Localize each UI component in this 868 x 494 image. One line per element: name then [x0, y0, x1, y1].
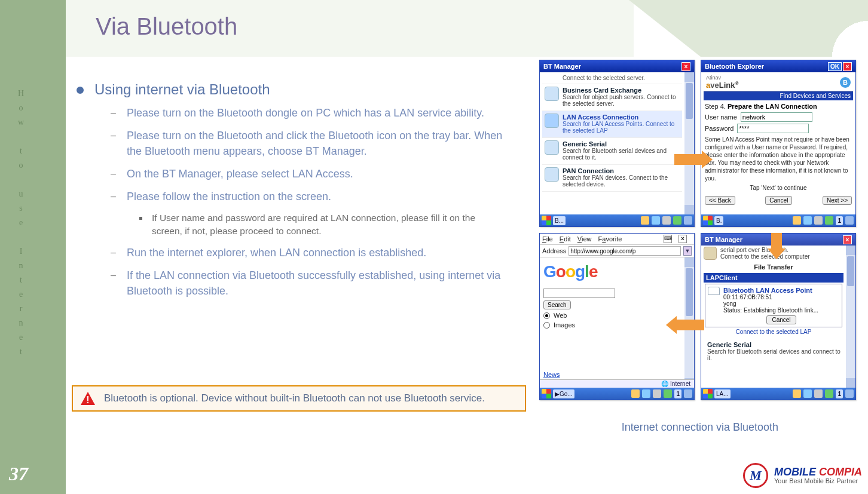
section-header: File Transfer: [704, 263, 843, 271]
menu-favorite[interactable]: Favorite: [598, 235, 622, 243]
tray-keyboard-icon[interactable]: [814, 216, 823, 225]
menu-view[interactable]: View: [577, 235, 592, 243]
menu-edit[interactable]: Edit: [560, 235, 571, 243]
task-button[interactable]: ▶ Go...: [553, 389, 574, 398]
menu-file[interactable]: File: [542, 235, 553, 243]
tray-icon[interactable]: [641, 216, 649, 225]
tray-icon[interactable]: [642, 389, 650, 398]
taskbar: B. 1: [701, 214, 855, 226]
tray-icon[interactable]: [684, 389, 692, 398]
tray-keyboard-icon[interactable]: [653, 389, 661, 398]
next-button[interactable]: Next >>: [823, 196, 852, 205]
arrow-down-icon: [771, 233, 782, 251]
username-field[interactable]: [741, 112, 812, 122]
tray-icon[interactable]: [631, 389, 640, 398]
sub-bullet: If the LAN connection via Bluetooth succ…: [127, 268, 509, 299]
taskbar: B...: [540, 214, 694, 226]
close-icon[interactable]: ×: [843, 62, 852, 71]
brand-prefix: Atinav: [706, 75, 738, 81]
list-item[interactable]: PAN Connection Search for PAN devices. C…: [542, 165, 682, 192]
radio-images[interactable]: [543, 322, 550, 329]
username-label: User name: [705, 113, 737, 121]
bullet-icon: [77, 87, 84, 94]
tray-icon[interactable]: [793, 389, 801, 398]
password-field[interactable]: [737, 124, 809, 133]
tray-icon[interactable]: [664, 389, 672, 398]
tray-sip-icon[interactable]: 1: [674, 389, 681, 398]
address-input[interactable]: [569, 246, 681, 256]
subsub-bullet: If User name and password are required a…: [152, 211, 505, 238]
tray-keyboard-icon[interactable]: [662, 216, 671, 225]
tray-icon[interactable]: [684, 216, 692, 225]
screenshots-grid: BT Manager × Connect to the selected ser…: [539, 60, 856, 400]
cancel-button[interactable]: Cancel: [765, 196, 792, 205]
sub-bar: Find Devices and Services: [704, 91, 853, 100]
tray-sip-icon[interactable]: 1: [836, 389, 843, 398]
google-logo: Google: [543, 262, 690, 281]
tap-next-text: Tap 'Next' to continue: [704, 185, 853, 191]
sub-bullet: On the BT Manager, please select LAN Acc…: [127, 166, 353, 182]
list-item[interactable]: Business Card Exchange Search for object…: [542, 84, 682, 111]
start-icon[interactable]: [542, 389, 551, 398]
sip-icon[interactable]: ⌨: [664, 235, 672, 243]
list-item-desc: Connect to the selected server.: [542, 73, 682, 84]
link-news[interactable]: News: [543, 371, 561, 378]
task-button[interactable]: LA...: [714, 389, 731, 398]
svg-text:!: !: [86, 395, 89, 405]
ok-button[interactable]: OK: [828, 62, 842, 71]
screenshot-bluetooth-explorer: Bluetooth Explorer OK × Atinav aveLink® …: [701, 60, 856, 227]
lapclient-bar[interactable]: LAPClient: [704, 273, 843, 283]
close-icon[interactable]: ×: [678, 235, 687, 243]
scrollbar[interactable]: [846, 246, 855, 388]
tray-icon[interactable]: [673, 216, 681, 225]
task-button[interactable]: B...: [553, 216, 566, 225]
access-point-icon: [708, 287, 720, 295]
lan-access-icon: [545, 113, 559, 128]
password-label: Password: [705, 125, 733, 132]
close-icon[interactable]: ×: [843, 235, 852, 244]
tray-icon[interactable]: [825, 389, 833, 398]
brand-logo: M MOBILE COMPIA Your Best Mobile Biz Par…: [743, 463, 862, 488]
serial-port-icon: [704, 247, 717, 260]
close-icon[interactable]: ×: [681, 62, 690, 71]
tray-icon[interactable]: [803, 389, 812, 398]
square-icon: [139, 217, 142, 220]
figure-caption: Internet connection via Bluetooth: [622, 421, 778, 434]
start-icon[interactable]: [542, 216, 551, 225]
list-item[interactable]: Generic Serial Search for Bluetooth seri…: [542, 138, 682, 165]
search-input[interactable]: [543, 289, 615, 298]
warning-text: Bluetooth is optional. Device without bu…: [104, 391, 485, 406]
start-icon[interactable]: [703, 216, 713, 225]
search-button[interactable]: Search: [543, 300, 571, 309]
tray-icon[interactable]: [793, 216, 801, 225]
sidebar-vertical-label: How to use Internet: [15, 87, 27, 359]
address-dropdown-icon[interactable]: ▼: [683, 246, 692, 256]
scrollbar[interactable]: [684, 72, 694, 214]
list-item-selected[interactable]: LAN Access Connection Search for LAN Acc…: [542, 111, 682, 138]
task-button[interactable]: B.: [714, 216, 723, 225]
back-button[interactable]: << Back: [705, 196, 735, 205]
dash-icon: –: [111, 128, 116, 143]
start-icon[interactable]: [703, 389, 713, 398]
tray-icon[interactable]: [845, 389, 854, 398]
dash-icon: –: [111, 245, 116, 260]
tray-icon[interactable]: [803, 216, 812, 225]
sub-bullet: Please follow the instruction on the scr…: [127, 189, 331, 204]
tray-icon[interactable]: [845, 216, 854, 225]
taskbar: LA... 1: [701, 388, 855, 400]
tray-icon[interactable]: [825, 216, 833, 225]
dash-icon: –: [111, 268, 116, 283]
tray-sip-icon[interactable]: 1: [836, 216, 843, 225]
arrow-left-icon: [674, 320, 704, 330]
warning-box: ! Bluetooth is optional. Device without …: [72, 385, 526, 412]
sub-bullet: Run the internet explorer, when LAN conn…: [127, 245, 426, 260]
taskbar: ▶ Go... 1: [540, 388, 694, 400]
radio-web[interactable]: [543, 312, 550, 319]
connect-line: Connect to the selected LAP: [704, 329, 843, 335]
tray-keyboard-icon[interactable]: [814, 389, 823, 398]
cancel-button[interactable]: Cancel: [766, 315, 796, 324]
status-bar: 🌐 Internet: [540, 379, 694, 388]
window-title: Bluetooth Explorer: [705, 63, 764, 70]
tray-icon[interactable]: [652, 216, 660, 225]
list-item[interactable]: Generic Serial Search for Bluetooth seri…: [704, 339, 843, 365]
